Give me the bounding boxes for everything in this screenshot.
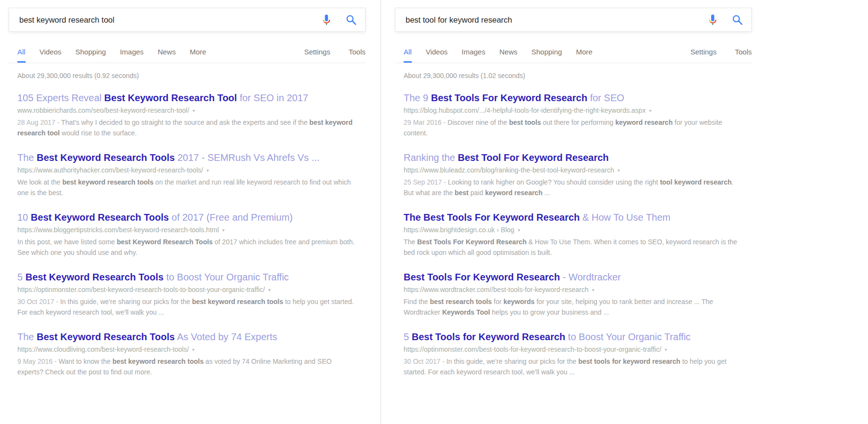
url-dropdown-icon[interactable]: ▾ [618,166,620,175]
tab-news[interactable]: News [158,48,176,63]
result-snippet: 25 Sep 2017 - Looking to rank higher on … [404,177,742,198]
result-title-link[interactable]: Ranking the Best Tool For Keyword Resear… [404,152,609,163]
result-url: https://www.authorityhacker.com/best-key… [17,166,356,175]
result-title-link[interactable]: 5 Best Keyword Research Tools to Boost Y… [17,272,289,282]
result-title-link[interactable]: 105 Experts Reveal Best Keyword Research… [17,93,308,103]
tab-shopping[interactable]: Shopping [75,48,106,63]
result-url: https://www.bloggertipstricks.com/best-k… [17,225,356,235]
snippet-segment: helps you to grow your business and ... [490,308,609,316]
result-snippet: 30 Oct 2017 - In this guide, we're shari… [404,356,742,377]
settings-tools: SettingsTools [672,48,752,63]
result-url-text: https://www.brightdesign.co.uk › Blog [404,225,515,235]
menu-tools[interactable]: Tools [735,48,752,63]
results-list: 105 Experts Reveal Best Keyword Research… [17,92,356,377]
result-snippet: 9 May 2016 - Want to know the best keywo… [17,356,356,377]
snippet-segment: Find the [404,298,430,305]
snippet-segment: best research tools [430,298,491,305]
snippet-segment: Best Tools For Keyword Research [417,238,527,246]
snippet-segment: best keyword research tools [192,298,283,305]
tab-images[interactable]: Images [461,48,485,63]
search-input[interactable] [405,15,706,25]
url-dropdown-icon[interactable]: ▾ [192,345,195,354]
url-dropdown-icon[interactable]: ▾ [222,225,225,235]
result-title-link[interactable]: The 9 Best Tools For Keyword Research fo… [404,93,624,103]
result-title-link[interactable]: The Best Keyword Research Tools 2017 - S… [17,152,320,163]
result-title-segment: 5 [404,331,412,342]
snippet-segment: best tools [509,119,541,126]
tabs-row: AllVideosImagesNewsShoppingMore Settings… [395,32,752,63]
tab-shopping[interactable]: Shopping [531,48,562,63]
menu-settings[interactable]: Settings [691,48,717,63]
search-box[interactable] [395,8,752,32]
result-title-segment: - Wordtracker [560,272,621,282]
url-dropdown-icon[interactable]: ▾ [649,106,651,115]
tab-more[interactable]: More [576,48,592,63]
result-title-segment: The Best Tools For Keyword Research [404,212,580,223]
result-type-tabs: AllVideosShoppingImagesNewsMore [17,48,206,63]
result-title-segment: for SEO in 2017 [237,93,308,103]
snippet-date: 29 Mar 2016 - [404,119,448,126]
search-icon[interactable] [345,14,357,26]
results-list: The 9 Best Tools For Keyword Research fo… [404,92,742,377]
result-url: https://blog.hubspot.com/.../4-helpful-t… [404,106,742,115]
result-snippet: Find the best research tools for keyword… [404,296,742,318]
tab-more[interactable]: More [190,48,206,63]
snippet-date: 25 Sep 2017 - [404,178,448,186]
result-url-text: https://blog.hubspot.com/.../4-helpful-t… [404,106,646,115]
result-title-segment: Best Tools for Keyword Research [412,331,566,342]
menu-settings[interactable]: Settings [304,48,330,63]
search-box[interactable] [9,8,366,32]
mic-icon[interactable] [706,13,719,26]
url-dropdown-icon[interactable]: ▾ [192,106,195,115]
url-dropdown-icon[interactable]: ▾ [592,285,595,294]
menu-tools[interactable]: Tools [349,48,366,63]
result-title-segment: 2017 - SEMRush Vs Ahrefs Vs ... [175,152,319,163]
snippet-segment: In this guide, we're sharing our picks f… [60,298,192,305]
result-title-link[interactable]: 5 Best Tools for Keyword Research to Boo… [404,331,691,342]
url-dropdown-icon[interactable]: ▾ [518,225,520,235]
snippet-date: 30 Oct 2017 - [17,298,60,305]
url-dropdown-icon[interactable]: ▾ [665,345,667,354]
search-result: The Best Tools For Keyword Research & Ho… [404,211,742,258]
tab-images[interactable]: Images [120,48,144,63]
results-stats: About 29,300,000 results (0.92 seconds) [17,72,380,80]
result-url-text: https://optinmonster.com/best-tools-for-… [404,345,661,354]
result-type-tabs: AllVideosImagesNewsShoppingMore [404,48,593,63]
tab-all[interactable]: All [17,48,26,63]
search-result: 105 Experts Reveal Best Keyword Research… [17,92,356,138]
tab-all[interactable]: All [404,48,412,63]
search-input[interactable] [18,15,320,25]
snippet-segment: best Keyword Research Tools [117,238,213,246]
result-snippet: We look at the best keyword research too… [17,177,356,198]
results-stats: About 29,300,000 results (1.02 seconds) [404,72,868,80]
result-title-link[interactable]: The Best Tools For Keyword Research & Ho… [404,212,671,223]
result-title-segment: Ranking the [404,152,458,163]
result-title-segment: The [17,331,37,342]
search-icon[interactable] [732,14,744,26]
tab-news[interactable]: News [499,48,517,63]
tab-videos[interactable]: Videos [426,48,448,63]
serp-panel-left: AllVideosShoppingImagesNewsMore Settings… [0,0,380,424]
snippet-segment: Discover nine of the [448,119,509,126]
snippet-segment: keywords [503,298,535,305]
result-url-text: https://optinmonster.com/best-keyword-re… [17,285,265,294]
mic-icon[interactable] [320,13,333,26]
serp-comparison-page: AllVideosShoppingImagesNewsMore Settings… [0,0,868,424]
url-dropdown-icon[interactable]: ▾ [268,285,271,294]
result-snippet: In this post, we have listed some best K… [17,237,356,258]
result-url: https://www.wordtracker.com//best-tools-… [404,285,742,294]
tab-videos[interactable]: Videos [40,48,62,63]
result-title-link[interactable]: The Best Keyword Research Tools As Voted… [17,331,277,342]
result-url-text: https://www.authorityhacker.com/best-key… [17,166,203,175]
result-url-text: https://www.bluleadz.com/blog/ranking-th… [404,166,614,175]
result-title-link[interactable]: Best Tools For Keyword Research - Wordtr… [404,272,621,282]
tabs-row: AllVideosShoppingImagesNewsMore Settings… [9,32,366,63]
url-dropdown-icon[interactable]: ▾ [206,166,209,175]
snippet-segment: best keyword research tools [62,178,153,186]
result-title-segment: Best Keyword Research Tools [37,331,175,342]
result-title-link[interactable]: 10 Best Keyword Research Tools of 2017 (… [17,212,293,223]
result-title-segment: 105 Experts Reveal [17,93,104,103]
result-url-text: https://www.bloggertipstricks.com/best-k… [17,225,219,235]
result-url-text: https://www.wordtracker.com//best-tools-… [404,285,589,294]
result-url-text: www.robbierichards.com/seo/best-keyword-… [17,106,189,115]
